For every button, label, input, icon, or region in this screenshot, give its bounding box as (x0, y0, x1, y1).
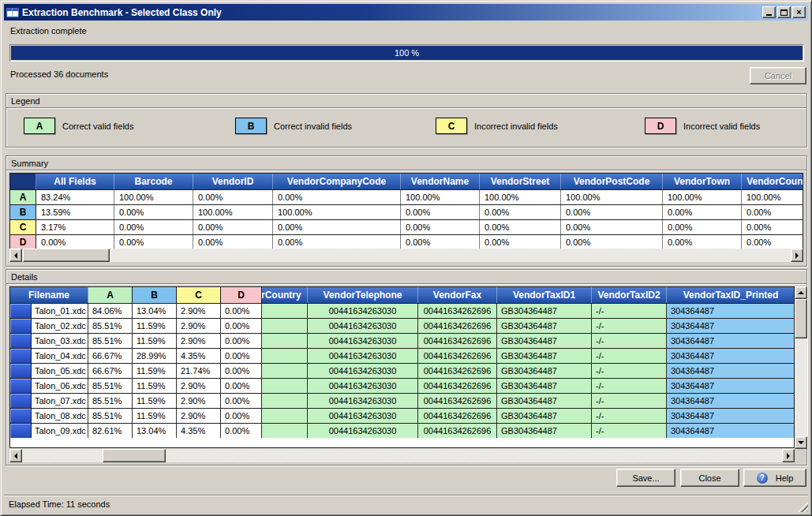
save-button[interactable]: Save... (616, 469, 675, 487)
filename-cell: Talon_03.xdc (32, 334, 88, 348)
taxid-printed-cell: 304364487 (667, 319, 795, 333)
summary-column-header: VendorName (401, 174, 480, 189)
b-cell: 13.04% (133, 304, 177, 318)
details-row: Talon_08.xdc 85.51% 11.59% 2.90% 0.00% 0… (10, 408, 794, 423)
details-column-header[interactable]: D (221, 287, 262, 303)
scroll-left-button[interactable] (9, 449, 22, 462)
close-dialog-button[interactable]: Close (680, 469, 739, 487)
row-selector[interactable] (10, 349, 32, 363)
legend-label: Incorrect valid fields (683, 122, 760, 131)
scroll-down-button[interactable] (795, 436, 807, 449)
taxid-printed-cell: 304364487 (667, 409, 795, 423)
details-row: Talon_05.xdc 66.67% 11.59% 21.74% 0.00% … (10, 363, 794, 378)
maximize-button[interactable] (777, 6, 791, 18)
summary-cell: 0.00% (273, 220, 401, 234)
details-column-header[interactable]: VendorTelephone (308, 287, 418, 303)
summary-cell: 0.00% (480, 205, 561, 219)
row-selector[interactable] (10, 379, 32, 393)
row-selector[interactable] (10, 334, 32, 348)
taxid1-cell: GB304364487 (497, 379, 592, 393)
row-selector[interactable] (10, 394, 32, 408)
legend-item: C Incorrect invalid fields (436, 118, 645, 134)
legend-items: A Correct valid fields B Correct invalid… (24, 118, 806, 134)
taxid2-cell: -/- (592, 364, 667, 378)
details-column-header[interactable]: VendorTaxID_Printed (667, 287, 795, 303)
summary-cell: 0.00% (401, 235, 480, 249)
details-column-header[interactable]: VendorCountry (262, 287, 308, 303)
details-divider (6, 283, 806, 285)
telephone-cell: 00441634263030 (308, 424, 418, 438)
scroll-thumb[interactable] (103, 449, 166, 462)
summary-cell: 0.00% (480, 235, 561, 249)
summary-cell: 100.00% (663, 190, 742, 204)
fax-cell: 00441634262696 (418, 349, 497, 363)
legend-title: Legend (11, 96, 40, 106)
summary-cell: 0.00% (193, 235, 273, 249)
taxid1-cell: GB304364487 (497, 334, 592, 348)
b-cell: 28.99% (133, 349, 177, 363)
minimize-button[interactable] (762, 6, 776, 18)
summary-row-label: D (10, 235, 36, 249)
details-column-header[interactable]: Filename (10, 287, 88, 303)
close-button[interactable]: × (792, 6, 806, 18)
a-cell: 82.61% (88, 424, 133, 438)
details-column-header[interactable]: VendorTaxID1 (497, 287, 592, 303)
resize-grip[interactable] (798, 502, 808, 512)
filename-cell: Talon_04.xdc (32, 349, 88, 363)
minimize-icon (766, 14, 772, 16)
row-selector[interactable] (10, 364, 32, 378)
taxid2-cell: -/- (592, 319, 667, 333)
summary-cell: 0.00% (193, 220, 273, 234)
scroll-up-button[interactable] (795, 286, 807, 299)
details-vscrollbar[interactable] (795, 286, 807, 449)
b-cell: 13.04% (133, 424, 177, 438)
taxid2-cell: -/- (592, 349, 667, 363)
summary-cell: 100.00% (114, 190, 193, 204)
details-column-header[interactable]: VendorFax (418, 287, 497, 303)
summary-column-header: VendorStreet (480, 174, 561, 189)
country-cell (262, 349, 308, 363)
details-column-header[interactable]: C (177, 287, 221, 303)
legend-label: Correct valid fields (62, 122, 133, 131)
taxid-printed-cell: 304364487 (667, 334, 795, 348)
row-selector[interactable] (10, 424, 32, 438)
summary-cell: 0.00% (663, 235, 742, 249)
summary-cell: 0.00% (114, 205, 193, 219)
scroll-thumb[interactable] (795, 299, 807, 338)
scroll-right-button[interactable] (782, 449, 795, 462)
window-title: Extraction Benchmark - Selected Class On… (22, 7, 761, 18)
fax-cell: 00441634262696 (418, 334, 497, 348)
close-icon: × (796, 9, 801, 16)
summary-cell: 0.00% (273, 190, 401, 204)
dialog-window: Extraction Benchmark - Selected Class On… (0, 0, 812, 516)
summary-corner-cell (10, 174, 36, 189)
details-group: Details FilenameABCDVendorCountryVendorT… (6, 269, 807, 466)
details-column-header[interactable]: A (88, 287, 133, 303)
help-button[interactable]: ? Help (743, 469, 806, 487)
summary-row: C 3.17% 0.00% 0.00% 0.00% 0.00% 0.00% 0.… (10, 219, 803, 234)
summary-hscrollbar[interactable] (9, 249, 803, 262)
summary-cell: 0.00% (114, 220, 193, 234)
row-selector[interactable] (10, 409, 32, 423)
scroll-thumb[interactable] (23, 249, 110, 262)
legend-swatch: B (235, 118, 267, 134)
a-cell: 85.51% (88, 409, 133, 423)
details-column-header[interactable]: B (133, 287, 177, 303)
taxid1-cell: GB304364487 (497, 304, 592, 318)
d-cell: 0.00% (221, 334, 262, 348)
row-selector[interactable] (10, 304, 32, 318)
cancel-button[interactable]: Cancel (750, 67, 806, 84)
taxid2-cell: -/- (592, 424, 667, 438)
telephone-cell: 00441634263030 (308, 364, 418, 378)
scroll-left-button[interactable] (9, 249, 22, 262)
b-cell: 11.59% (133, 409, 177, 423)
d-cell: 0.00% (221, 424, 262, 438)
summary-divider (6, 170, 806, 171)
details-hscrollbar[interactable] (9, 449, 795, 462)
scroll-right-button[interactable] (791, 249, 803, 262)
b-cell: 11.59% (133, 379, 177, 393)
legend-divider (6, 107, 806, 109)
taxid1-cell: GB304364487 (497, 349, 592, 363)
details-column-header[interactable]: VendorTaxID2 (592, 287, 667, 303)
row-selector[interactable] (10, 319, 32, 333)
